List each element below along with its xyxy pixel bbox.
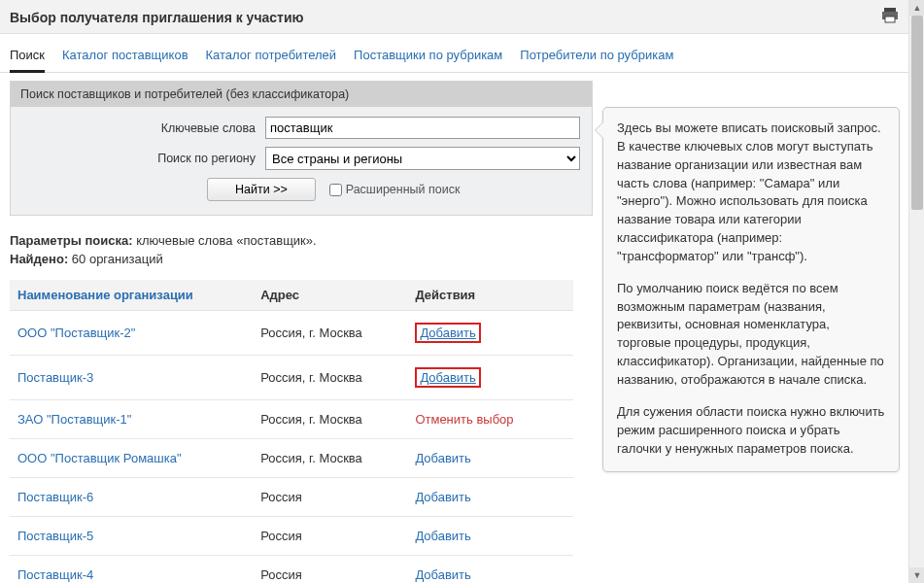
table-row: ООО "Поставщик-2"Россия, г. МоскваДобави… <box>10 311 573 356</box>
tab-suppliers-by-rubric[interactable]: Поставщики по рубрикам <box>354 42 502 72</box>
table-row: Поставщик-3Россия, г. МоскваДобавить <box>10 356 573 400</box>
address-cell: Россия, г. Москва <box>253 400 407 439</box>
org-link[interactable]: Поставщик-5 <box>17 529 93 543</box>
add-link[interactable]: Добавить <box>415 490 470 504</box>
tab-supplier-catalog[interactable]: Каталог поставщиков <box>62 42 188 72</box>
table-row: Поставщик-6РоссияДобавить <box>10 478 573 517</box>
add-link[interactable]: Добавить <box>415 451 470 465</box>
search-panel: Поиск поставщиков и потребителей (без кл… <box>10 81 593 216</box>
scrollbar-thumb[interactable] <box>911 16 923 210</box>
table-row: Поставщик-5РоссияДобавить <box>10 517 573 556</box>
col-header-actions: Действия <box>407 280 573 311</box>
region-select[interactable]: Все страны и регионы <box>265 147 580 170</box>
tab-consumers-by-rubric[interactable]: Потребители по рубрикам <box>520 42 673 72</box>
keywords-input[interactable] <box>265 117 580 139</box>
svg-rect-0 <box>884 8 896 12</box>
region-label: Поиск по региону <box>22 152 265 165</box>
page-title: Выбор получателя приглашения к участию <box>10 10 304 25</box>
scrollbar-track[interactable] <box>909 16 924 567</box>
found-value: 60 организаций <box>68 252 162 266</box>
results-table: Наименование организации Адрес Действия … <box>0 274 583 583</box>
help-tooltip: Здесь вы можете вписать поисковый запрос… <box>602 107 900 472</box>
table-row: Поставщик-4РоссияДобавить <box>10 556 573 584</box>
org-link[interactable]: ООО "Поставщик-2" <box>17 326 135 340</box>
org-link[interactable]: Поставщик-3 <box>17 370 93 385</box>
cancel-selection-link[interactable]: Отменить выбор <box>415 412 513 427</box>
address-cell: Россия, г. Москва <box>253 439 407 478</box>
org-link[interactable]: Поставщик-4 <box>17 567 93 582</box>
table-row: ООО "Поставщик Ромашка"Россия, г. Москва… <box>10 439 573 478</box>
address-cell: Россия <box>253 517 407 556</box>
tab-consumer-catalog[interactable]: Каталог потребителей <box>206 42 337 72</box>
advanced-search-wrap[interactable]: Расширенный поиск <box>325 181 461 199</box>
add-link[interactable]: Добавить <box>415 367 480 388</box>
keywords-label: Ключевые слова <box>22 121 265 135</box>
scrollbar-down-icon[interactable]: ▼ <box>909 567 924 583</box>
add-link[interactable]: Добавить <box>415 529 470 543</box>
add-link[interactable]: Добавить <box>415 567 470 582</box>
print-icon[interactable] <box>881 8 899 27</box>
address-cell: Россия <box>253 556 407 584</box>
scrollbar-up-icon[interactable]: ▲ <box>909 0 924 16</box>
search-button[interactable]: Найти >> <box>207 178 316 201</box>
page-header: Выбор получателя приглашения к участию <box>0 0 908 34</box>
add-link[interactable]: Добавить <box>415 323 480 343</box>
tooltip-paragraph: Здесь вы можете вписать поисковый запрос… <box>617 120 885 266</box>
advanced-search-label: Расширенный поиск <box>346 183 461 196</box>
found-prefix: Найдено: <box>10 252 68 266</box>
col-header-address: Адрес <box>253 280 407 311</box>
tab-search[interactable]: Поиск <box>10 42 45 73</box>
org-link[interactable]: ЗАО "Поставщик-1" <box>17 412 131 427</box>
tooltip-paragraph: Для сужения области поиска нужно включит… <box>617 403 885 459</box>
svg-rect-2 <box>885 17 895 22</box>
table-row: ЗАО "Поставщик-1"Россия, г. МоскваОтмени… <box>10 400 573 439</box>
address-cell: Россия <box>253 478 407 517</box>
org-link[interactable]: ООО "Поставщик Ромашка" <box>17 451 182 465</box>
org-link[interactable]: Поставщик-6 <box>17 490 93 504</box>
address-cell: Россия, г. Москва <box>253 356 407 400</box>
vertical-scrollbar[interactable]: ▲ ▼ <box>908 0 924 583</box>
search-panel-heading: Поиск поставщиков и потребителей (без кл… <box>11 82 592 107</box>
col-header-name[interactable]: Наименование организации <box>10 280 253 311</box>
address-cell: Россия, г. Москва <box>253 311 407 356</box>
params-prefix: Параметры поиска: <box>10 233 133 248</box>
tooltip-paragraph: По умолчанию поиск ведётся по всем возмо… <box>617 280 885 390</box>
advanced-search-checkbox[interactable] <box>329 184 342 196</box>
tabs-nav: Поиск Каталог поставщиков Каталог потреб… <box>0 34 908 73</box>
params-value: ключевые слова «поставщик». <box>133 233 317 248</box>
